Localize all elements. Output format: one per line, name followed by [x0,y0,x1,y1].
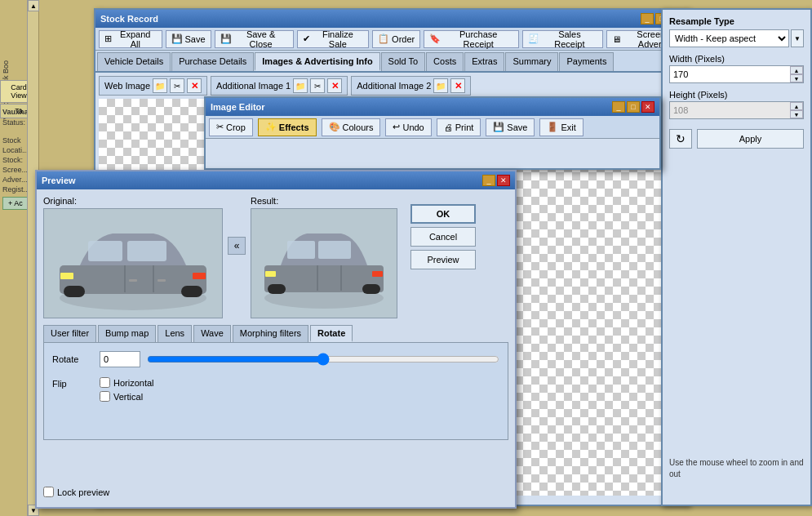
svg-rect-16 [193,273,206,279]
add-img1-btn1[interactable]: 📁 [293,78,308,93]
effects-content-panel: Rotate Flip Horizontal Vertical [43,342,508,440]
undo-tool-button[interactable]: ↩ Undo [385,118,431,136]
preview-result-section: Result: [251,196,397,318]
zoom-hint: Use the mouse wheel to zoom in and out [669,457,804,480]
tab-purchase-details[interactable]: Purchase Details [171,52,254,71]
finalize-icon: ✔ [303,33,310,44]
tab-user-filter[interactable]: User filter [43,325,96,342]
preview-images-row: Original: [43,196,508,318]
preview-arrow-col: « [228,196,246,255]
image-editor-titlebar: Image Editor _ □ ✕ [206,98,659,116]
save-close-button[interactable]: 💾 Save & Close [215,30,294,48]
preview-original-section: Original: [43,196,223,318]
save-tool-button[interactable]: 💾 Save [486,118,535,136]
preview-window: Preview _ ✕ Original: [35,170,517,509]
width-down-arrow[interactable]: ▼ [790,74,803,82]
svg-rect-27 [318,241,351,259]
flip-horizontal-checkbox[interactable] [100,377,110,388]
result-label: Result: [251,196,397,206]
sales-receipt-button[interactable]: 🧾 Sales Receipt [522,30,602,48]
rotate-slider[interactable] [147,353,499,366]
resample-refresh-button[interactable]: ↻ [669,129,692,149]
image-sub-tabs: Web Image 📁 ✂ ✕ Additional Image 1 📁 ✂ ✕… [99,76,685,96]
height-input[interactable] [670,102,790,118]
tab-bump-map[interactable]: Bump map [98,325,156,342]
svg-rect-26 [287,241,315,259]
height-up-arrow[interactable]: ▲ [790,102,803,110]
preview-title: Preview [42,176,76,185]
web-image-tab: Web Image 📁 ✂ ✕ [99,76,207,96]
colours-tool-button[interactable]: 🎨 Colours [322,118,381,136]
cancel-button[interactable]: Cancel [410,227,476,247]
preview-minimize[interactable]: _ [482,175,495,186]
save-button[interactable]: 💾 Save [166,30,211,48]
minimize-button[interactable]: _ [641,13,654,24]
flip-horizontal-label[interactable]: Horizontal [100,377,154,388]
add-img1-close[interactable]: ✕ [327,78,342,93]
editor-close[interactable]: ✕ [641,101,654,113]
effects-tabs-area: User filter Bump map Lens Wave Morphing … [43,325,508,440]
tab-morphing-filters[interactable]: Morphing filters [233,325,308,342]
rotate-row: Rotate [52,351,499,367]
screen-advert-icon: 🖥 [612,34,621,44]
flip-options: Horizontal Vertical [100,377,154,402]
image-editor-title: Image Editor [211,102,265,112]
resample-type-select[interactable]: Width - Keep aspect Height - Keep aspect… [669,29,789,47]
lock-preview-checkbox[interactable] [43,487,54,497]
expand-icon: ⊞ [104,33,112,44]
svg-rect-19 [129,279,137,282]
preview-titlebar: Preview _ ✕ [37,171,515,189]
preview-close[interactable]: ✕ [497,175,510,186]
tab-lens[interactable]: Lens [158,325,192,342]
add-img1-btn2[interactable]: ✂ [310,78,325,93]
width-up-arrow[interactable]: ▲ [790,66,803,74]
flip-vertical-label[interactable]: Vertical [100,391,154,402]
flip-vertical-checkbox[interactable] [100,391,110,402]
width-input[interactable] [670,66,790,82]
tab-rotate[interactable]: Rotate [310,325,353,342]
height-down-arrow[interactable]: ▼ [790,110,803,118]
window-titlebar: Stock Record _ □ ✕ [95,10,688,28]
ok-button[interactable]: OK [410,204,476,224]
additional-image1-label: Additional Image 1 [216,81,291,91]
resample-panel: Resample Type Width - Keep aspect Height… [661,8,812,506]
tab-payments[interactable]: Payments [559,52,614,71]
editor-maximize[interactable]: □ [627,101,640,113]
preview-button[interactable]: Preview [410,250,476,269]
crop-tool-button[interactable]: ✂ Crop [209,118,253,136]
svg-rect-13 [88,241,122,261]
order-icon: 📋 [378,33,389,44]
tab-wave[interactable]: Wave [193,325,231,342]
image-editor-window: Image Editor _ □ ✕ ✂ Crop ✨ Effects 🎨 Co… [204,96,661,170]
purchase-receipt-button[interactable]: 🔖 Purchase Receipt [424,30,519,48]
tab-vehicle-details[interactable]: Vehicle Details [97,52,171,71]
tab-extras[interactable]: Extras [464,52,504,71]
svg-rect-12 [181,286,202,297]
web-image-close[interactable]: ✕ [187,78,202,93]
rotate-input[interactable] [100,351,140,367]
add-button[interactable]: + Ac [2,197,29,210]
tab-sold-to[interactable]: Sold To [381,52,426,71]
main-tabs-row: Vehicle Details Purchase Details Images … [95,51,688,73]
tab-images-advertising[interactable]: Images & Advertising Info [255,52,379,71]
web-image-btn2[interactable]: ✂ [170,78,184,93]
effects-tool-button[interactable]: ✨ Effects [258,118,317,136]
tab-costs[interactable]: Costs [426,52,464,71]
tab-summary[interactable]: Summary [505,52,558,71]
preview-content: Original: [37,189,515,507]
web-image-btn1[interactable]: 📁 [153,78,167,93]
main-toolbar: ⊞ Expand All 💾 Save 💾 Save & Close ✔ Fin… [95,28,688,51]
add-img2-btn1[interactable]: 📁 [433,78,448,93]
exit-tool-button[interactable]: 🚪 Exit [539,118,583,136]
order-button[interactable]: 📋 Order [372,30,420,48]
effects-icon: ✨ [265,122,277,132]
finalize-sale-button[interactable]: ✔ Finalize Sale [297,30,369,48]
print-tool-button[interactable]: 🖨 Print [437,118,481,136]
save-close-icon: 💾 [220,33,232,44]
add-img2-close[interactable]: ✕ [450,78,465,93]
scroll-up-arrow[interactable]: ▲ [28,0,39,11]
apply-button[interactable]: Apply [697,129,804,149]
preview-arrow-button[interactable]: « [228,237,246,255]
editor-minimize[interactable]: _ [612,101,625,113]
expand-all-button[interactable]: ⊞ Expand All [99,30,162,48]
